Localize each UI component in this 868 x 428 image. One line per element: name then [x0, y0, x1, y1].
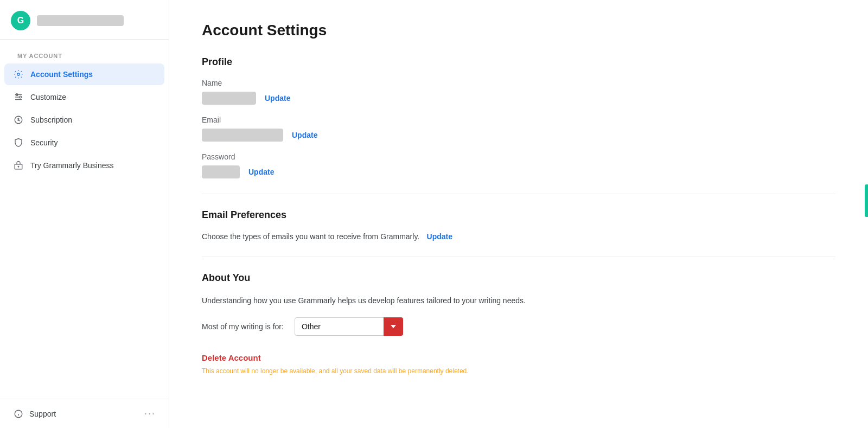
- sidebar-item-grammarly-business[interactable]: Try Grammarly Business: [4, 155, 164, 176]
- support-label: Support: [29, 410, 56, 418]
- svg-point-4: [20, 96, 22, 98]
- subscription-icon: $: [13, 114, 24, 125]
- name-update-link[interactable]: Update: [265, 94, 290, 103]
- account-settings-label: Account Settings: [30, 70, 93, 79]
- security-label: Security: [30, 138, 58, 147]
- name-value-row: Update: [202, 92, 835, 105]
- sidebar-header: G: [0, 0, 169, 40]
- email-label: Email: [202, 116, 835, 124]
- divider-1: [202, 194, 835, 194]
- writing-for-label: Most of my writing is for:: [202, 322, 284, 331]
- sidebar-item-security[interactable]: Security: [4, 132, 164, 154]
- sidebar-section-label: MY ACCOUNT: [4, 40, 164, 63]
- email-field-row: Email Update: [202, 116, 835, 142]
- grammarly-logo: G: [11, 11, 30, 30]
- shield-icon: [13, 137, 24, 148]
- password-update-link[interactable]: Update: [248, 168, 274, 176]
- delete-account-warning: This account will no longer be available…: [202, 367, 469, 375]
- about-you-section: About You Understanding how you use Gram…: [202, 272, 835, 336]
- email-update-link[interactable]: Update: [292, 131, 317, 139]
- customize-label: Customize: [30, 93, 66, 101]
- writing-for-select-container: Work School Personal Use Other: [295, 317, 403, 336]
- name-placeholder: [202, 92, 256, 105]
- svg-point-0: [17, 73, 20, 76]
- profile-section: Profile Name Update Email Update Passwor…: [202, 56, 835, 178]
- password-field-row: Password Update: [202, 152, 835, 178]
- about-you-title: About You: [202, 272, 835, 284]
- email-preferences-update-link[interactable]: Update: [427, 232, 452, 241]
- user-name-placeholder: [37, 15, 124, 26]
- delete-account-link[interactable]: Delete Account: [202, 353, 835, 362]
- more-options-icon[interactable]: ···: [144, 408, 156, 419]
- right-accent-bar: [865, 184, 868, 217]
- email-preferences-title: Email Preferences: [202, 209, 835, 221]
- page-title: Account Settings: [202, 22, 835, 39]
- sidebar-item-account-settings[interactable]: Account Settings: [4, 63, 164, 85]
- email-preferences-text: Choose the types of emails you want to r…: [202, 232, 835, 241]
- email-preferences-section: Email Preferences Choose the types of em…: [202, 209, 835, 241]
- svg-text:$: $: [17, 117, 20, 122]
- support-icon: [13, 408, 24, 419]
- sidebar-footer: Support ···: [0, 399, 169, 428]
- sidebar-navigation: MY ACCOUNT Account Settings: [0, 40, 169, 399]
- sidebar-item-subscription[interactable]: $ Subscription: [4, 109, 164, 131]
- customize-icon: [13, 92, 24, 103]
- password-value-row: Update: [202, 165, 835, 178]
- sidebar-item-customize[interactable]: Customize: [4, 86, 164, 108]
- subscription-label: Subscription: [30, 116, 72, 124]
- main-content: Account Settings Profile Name Update Ema…: [169, 0, 868, 428]
- delete-account-section: Delete Account This account will no long…: [202, 353, 835, 375]
- sidebar: G MY ACCOUNT Account Settings: [0, 0, 169, 428]
- divider-2: [202, 257, 835, 257]
- email-value-row: Update: [202, 129, 835, 142]
- writing-for-select[interactable]: Work School Personal Use Other: [295, 317, 403, 336]
- name-field-row: Name Update: [202, 79, 835, 105]
- about-you-description: Understanding how you use Grammarly help…: [202, 295, 835, 306]
- name-label: Name: [202, 79, 835, 87]
- support-item[interactable]: Support: [13, 408, 56, 419]
- password-placeholder: [202, 165, 240, 178]
- business-icon: [13, 160, 24, 171]
- profile-section-title: Profile: [202, 56, 835, 68]
- password-label: Password: [202, 152, 835, 161]
- email-placeholder: [202, 129, 283, 142]
- gear-icon: [13, 69, 24, 80]
- grammarly-business-label: Try Grammarly Business: [30, 161, 114, 170]
- writing-for-row: Most of my writing is for: Work School P…: [202, 317, 835, 336]
